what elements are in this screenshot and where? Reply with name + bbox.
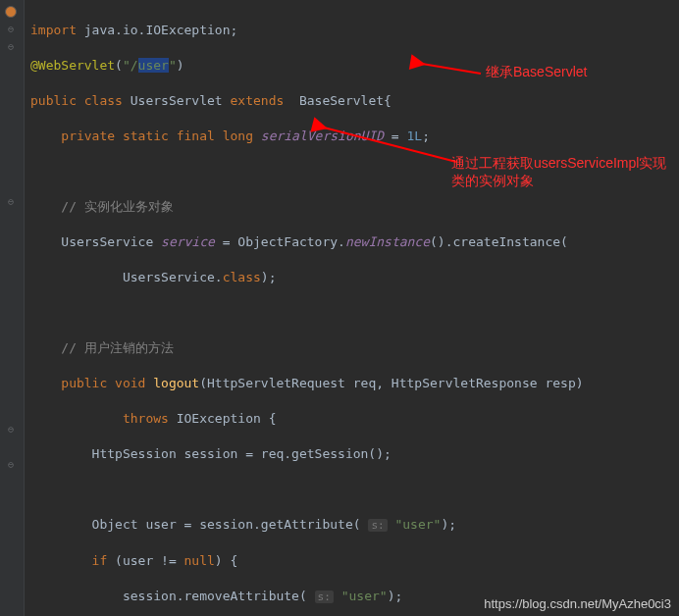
text: IOException [177, 411, 269, 426]
code-line[interactable] [30, 304, 679, 322]
code-line[interactable]: @WebServlet("/user") [30, 57, 679, 75]
text: java.io.IOException; [77, 23, 237, 37]
code-line[interactable]: public void logout(HttpServletRequest re… [30, 375, 679, 392]
fold-icon[interactable]: ⊖ [5, 196, 17, 208]
text: ().createInstance( [430, 234, 568, 249]
code-line[interactable]: // 用户注销的方法 [30, 339, 679, 357]
code-line[interactable]: HttpSession session = req.getSession(); [30, 445, 679, 463]
method: logout [153, 376, 199, 390]
param-hint: s: [368, 519, 387, 532]
code-line[interactable]: throws IOException { [30, 410, 679, 428]
text: ); [441, 517, 456, 532]
text: session.removeAttribute( [30, 589, 315, 603]
fold-icon[interactable]: ⊖ [5, 459, 17, 471]
fold-icon[interactable]: ⊖ [5, 41, 17, 53]
comment: // 用户注销的方法 [30, 340, 174, 355]
annotation: @WebServlet [30, 58, 115, 73]
text: UsersService [30, 234, 161, 249]
fold-icon[interactable]: ⊖ [5, 424, 17, 436]
code-line[interactable]: UsersService.class); [30, 269, 679, 286]
keyword: class [223, 270, 261, 284]
keyword: null [184, 553, 215, 568]
class: UsersServlet [131, 93, 231, 108]
field: service [161, 234, 215, 249]
keyword: throws [30, 411, 177, 426]
string: "user" [394, 517, 441, 532]
text: ) { [215, 553, 237, 568]
text: ); [388, 589, 403, 603]
code-line[interactable]: public class UsersServlet extends BaseSe… [30, 92, 679, 110]
string: "/user" [123, 58, 177, 73]
code-line[interactable]: private static final long serialVersionU… [30, 128, 679, 145]
code-line[interactable] [30, 481, 679, 498]
keyword: extends [231, 93, 292, 108]
text: UsersService. [30, 270, 223, 284]
breakpoint-icon[interactable] [5, 6, 17, 18]
static-method: newInstance [345, 234, 430, 249]
text: HttpSession session = req.getSession(); [30, 446, 392, 461]
code-line[interactable] [30, 163, 679, 180]
code-line[interactable]: Object user = session.getAttribute( s: "… [30, 516, 679, 535]
code-line[interactable]: // 实例化业务对象 [30, 198, 679, 216]
param-hint: s: [315, 590, 334, 603]
keyword: public void [30, 376, 153, 390]
keyword: import [30, 23, 77, 37]
text: Object user = session.getAttribute( [30, 517, 368, 532]
text: { [269, 411, 277, 426]
text: BaseServlet{ [291, 93, 392, 108]
text: (HttpServletRequest req, HttpServletResp… [199, 376, 583, 390]
string: "user" [341, 589, 388, 603]
code-line[interactable]: UsersService service = ObjectFactory.new… [30, 233, 679, 251]
text: = [384, 128, 406, 143]
number: 1L [407, 128, 423, 143]
fold-icon[interactable]: ⊖ [5, 24, 17, 35]
code-editor[interactable]: import java.io.IOException; @WebServlet(… [25, 0, 679, 616]
text [334, 589, 341, 603]
static-var: serialVersionUID [261, 128, 384, 143]
keyword: if [30, 553, 115, 568]
text: = ObjectFactory. [215, 234, 345, 249]
code-line[interactable]: import java.io.IOException; [30, 22, 679, 39]
text: ( [115, 58, 123, 73]
editor-gutter: ⊖ ⊖ ⊖ ⊖ ⊖ [0, 0, 25, 616]
text: (user != [115, 553, 183, 568]
keyword: public class [30, 93, 131, 108]
keyword: private static final long [30, 128, 261, 143]
text: ) [177, 58, 184, 73]
comment: // 实例化业务对象 [30, 199, 174, 214]
code-line[interactable]: if (user != null) { [30, 552, 679, 570]
text: ; [422, 128, 430, 143]
text: ); [261, 270, 277, 284]
code-line[interactable]: session.removeAttribute( s: "user"); [30, 588, 679, 606]
